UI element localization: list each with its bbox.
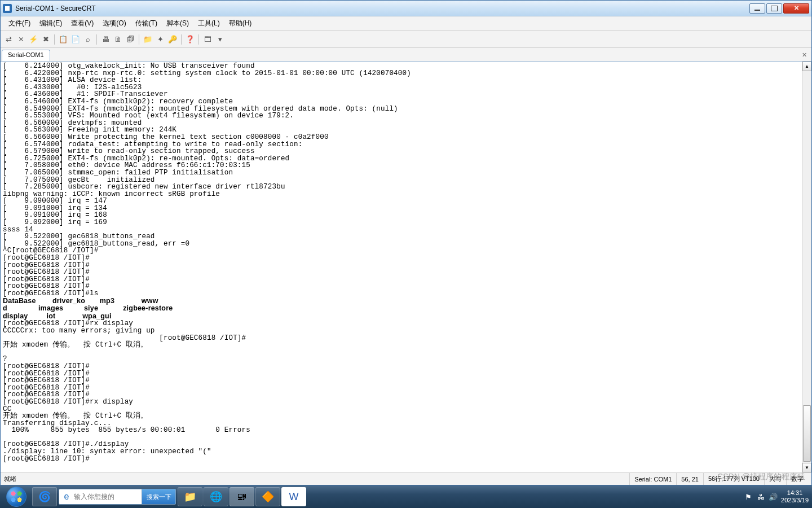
task-explorer[interactable]: 📁	[178, 487, 202, 506]
menu-0[interactable]: 文件(F)	[4, 17, 35, 30]
start-button[interactable]	[1, 485, 32, 508]
titlebar[interactable]: Serial-COM1 - SecureCRT	[1, 1, 811, 16]
ie-icon: e	[59, 492, 74, 502]
task-word[interactable]: W	[281, 487, 306, 506]
log-icon[interactable]: 📁	[142, 34, 153, 45]
tabstrip: Serial-COM1 ✕	[1, 48, 811, 62]
menu-4[interactable]: 传输(T)	[131, 17, 162, 30]
taskbar[interactable]: 🌀 e 搜索一下 📁 🌐 🖳 🔶 W ⚑ 🖧 🔊 14:31 2023/3/19	[0, 485, 812, 508]
search-box[interactable]: e 搜索一下	[59, 489, 176, 505]
search-go-button[interactable]: 搜索一下	[142, 489, 175, 504]
status-caps: 大写	[764, 473, 786, 485]
task-app-1[interactable]: 🌀	[32, 487, 57, 506]
reconnect-icon[interactable]: ⇄	[3, 34, 14, 45]
status-ready: 就绪	[4, 475, 629, 483]
quick-connect-icon[interactable]: ⚡	[28, 34, 39, 45]
status-size: 56行,177列 VT100	[703, 473, 764, 485]
search-input[interactable]	[74, 493, 142, 501]
options-icon[interactable]: ✖	[40, 34, 51, 45]
system-tray[interactable]: ⚑ 🖧 🔊 14:31 2023/3/19	[744, 489, 811, 504]
tray-date: 2023/3/19	[781, 497, 809, 504]
lock-icon[interactable]: 🔑	[167, 34, 178, 45]
clear-icon[interactable]: ✦	[155, 34, 166, 45]
paste-icon[interactable]: 📄	[70, 34, 81, 45]
scroll-up-button[interactable]: ▲	[802, 62, 811, 71]
session-icon[interactable]: 🗔	[202, 34, 213, 45]
dropdown-icon[interactable]: ▾	[214, 34, 226, 45]
find-icon[interactable]: ⌕	[82, 34, 94, 45]
tray-network-icon[interactable]: 🖧	[756, 492, 765, 501]
menu-2[interactable]: 查看(V)	[67, 17, 98, 30]
scroll-down-button[interactable]: ▼	[802, 463, 811, 472]
help-icon[interactable]: ❓	[184, 34, 196, 45]
scroll-thumb[interactable]	[803, 405, 811, 462]
terminal-output: [ 6.214000] otg_wakelock_init: No USB tr…	[1, 62, 811, 463]
task-securecrt[interactable]: 🖳	[230, 487, 254, 506]
menu-7[interactable]: 帮助(H)	[224, 17, 257, 30]
status-num: 数字	[786, 473, 808, 485]
toolbar-separator	[96, 34, 97, 45]
toolbar: ⇄⨯⚡✖📋📄⌕🖶🗎🗐📁✦🔑❓🗔▾	[1, 31, 811, 48]
terminal[interactable]: [ 6.214000] otg_wakelock_init: No USB tr…	[1, 62, 811, 472]
toolbar-separator	[181, 34, 182, 45]
scrollbar[interactable]: ▲ ▼	[802, 62, 811, 472]
disconnect-icon[interactable]: ⨯	[15, 34, 27, 45]
print-preview-icon[interactable]: 🗐	[125, 34, 136, 45]
app-icon	[3, 4, 12, 13]
windows-orb-icon	[6, 487, 27, 507]
tray-time: 14:31	[781, 489, 809, 497]
copy-icon[interactable]: 📋	[58, 34, 69, 45]
menu-1[interactable]: 编辑(E)	[35, 17, 67, 30]
print-icon[interactable]: 🖶	[100, 34, 111, 45]
toolbar-separator	[198, 34, 199, 45]
menu-3[interactable]: 选项(O)	[98, 17, 130, 30]
tray-clock[interactable]: 14:31 2023/3/19	[781, 489, 809, 504]
statusbar: 就绪 Serial: COM1 56, 21 56行,177列 VT100 大写…	[1, 472, 811, 485]
close-button[interactable]	[783, 3, 809, 14]
menu-6[interactable]: 工具(L)	[193, 17, 224, 30]
tray-flag-icon[interactable]: ⚑	[744, 492, 753, 501]
status-connection: Serial: COM1	[629, 473, 676, 485]
status-cursor-pos: 56, 21	[676, 473, 703, 485]
menu-5[interactable]: 脚本(S)	[162, 17, 193, 30]
window-title: Serial-COM1 - SecureCRT	[15, 5, 749, 12]
print-setup-icon[interactable]: 🗎	[112, 34, 123, 45]
tab-serial-com1[interactable]: Serial-COM1	[2, 50, 50, 61]
toolbar-separator	[139, 34, 139, 45]
toolbar-separator	[54, 34, 55, 45]
minimize-button[interactable]	[749, 3, 765, 14]
task-vm[interactable]: 🔶	[255, 487, 280, 506]
task-browser[interactable]: 🌐	[204, 487, 228, 506]
menubar: 文件(F)编辑(E)查看(V)选项(O)传输(T)脚本(S)工具(L)帮助(H)	[1, 16, 811, 31]
tray-sound-icon[interactable]: 🔊	[769, 492, 778, 501]
maximize-button[interactable]	[766, 3, 782, 14]
tab-close-icon[interactable]: ✕	[799, 50, 809, 60]
scroll-track[interactable]	[802, 71, 811, 463]
